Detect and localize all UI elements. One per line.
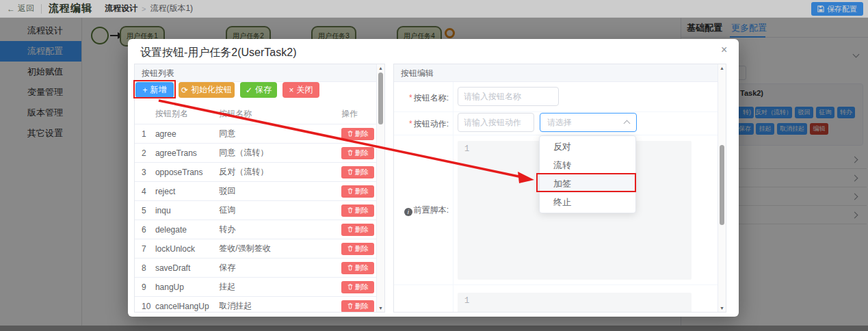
scroll-down-icon[interactable]: ▼: [377, 306, 384, 310]
action-field-label: *按钮动作:: [394, 118, 449, 130]
row-index: 4: [135, 187, 155, 196]
row-name: 驳回: [219, 185, 341, 197]
delete-label: 删除: [355, 168, 369, 177]
table-row: 10cancelHangUp取消挂起删除: [135, 297, 376, 313]
col-name: 按钮名称: [219, 108, 341, 120]
button-name-input[interactable]: [458, 87, 559, 106]
table-row: 5inqu征询删除: [135, 201, 376, 220]
delete-label: 删除: [355, 302, 369, 311]
row-alias: lockUnlock: [155, 244, 219, 254]
name-field-label: *按钮名称:: [394, 92, 449, 104]
row-alias: agreeTrans: [155, 148, 219, 158]
row-name: 征询: [219, 204, 341, 216]
check-icon: ✓: [246, 85, 252, 95]
row-name: 反对（流转）: [219, 166, 341, 178]
table-row: 3opposeTrans反对（流转）删除: [135, 163, 376, 182]
trash-icon: [347, 246, 353, 252]
row-alias: delegate: [155, 225, 219, 235]
table-row: 7lockUnlock签收/强制签收删除: [135, 239, 376, 259]
select-placeholder: 请选择: [547, 117, 624, 129]
trash-icon: [347, 188, 353, 194]
save-label: 保存: [255, 84, 272, 96]
delete-label: 删除: [355, 282, 369, 292]
refresh-icon: ⟳: [181, 85, 188, 95]
chevron-up-icon: [624, 120, 631, 127]
trash-icon: [347, 303, 353, 309]
delete-label: 删除: [355, 206, 369, 215]
scrollbar-thumb[interactable]: [720, 145, 724, 225]
delete-button[interactable]: 删除: [341, 281, 374, 293]
dropdown-option-countersign[interactable]: 加签: [540, 174, 635, 193]
delete-button[interactable]: 删除: [341, 147, 374, 159]
set-buttons-dialog: 设置按钮-用户任务2(UserTask2) × 按钮列表 +新增 ⟳初始化按钮 …: [128, 39, 739, 317]
col-action: 操作: [341, 108, 376, 120]
trash-icon: [347, 207, 353, 213]
close-button[interactable]: ×关闭: [282, 82, 319, 98]
scrollbar-thumb[interactable]: [378, 72, 383, 124]
dropdown-option-transfer[interactable]: 流转: [540, 156, 635, 174]
table-row: 4reject驳回删除: [135, 182, 376, 201]
delete-button[interactable]: 删除: [341, 128, 374, 140]
table-row: 8saveDraft保存删除: [135, 259, 376, 278]
delete-label: 删除: [355, 129, 369, 139]
delete-button[interactable]: 删除: [341, 204, 374, 217]
row-name: 挂起: [219, 281, 341, 293]
close-icon[interactable]: ×: [721, 44, 727, 55]
table-row: 6delegate转办删除: [135, 220, 376, 239]
required-asterisk: *: [409, 93, 412, 103]
table-row: 1agree同意删除: [135, 124, 376, 144]
add-button[interactable]: +新增: [135, 82, 174, 98]
col-alias: 按钮别名: [155, 108, 219, 120]
row-index: 2: [135, 148, 155, 158]
delete-button[interactable]: 删除: [341, 262, 374, 274]
delete-button[interactable]: 删除: [341, 300, 374, 313]
scroll-up-icon[interactable]: ▲: [718, 66, 726, 70]
dropdown-option-terminate[interactable]: 终止: [540, 193, 635, 211]
editor-line-number: 1: [464, 296, 469, 306]
button-edit-header: 按钮编辑: [394, 64, 718, 82]
postscript-code-editor[interactable]: 1: [458, 293, 692, 313]
trash-icon: [347, 284, 353, 290]
action-select[interactable]: 请选择: [540, 113, 637, 132]
row-name: 签收/强制签收: [219, 243, 341, 254]
button-table: 按钮别名 按钮名称 操作 1agree同意删除 2agreeTrans同意（流转…: [135, 103, 376, 313]
row-name: 转办: [219, 224, 341, 235]
dropdown-option-oppose[interactable]: 反对: [540, 137, 635, 156]
plus-icon: +: [142, 85, 147, 95]
scroll-down-icon[interactable]: ▼: [718, 306, 726, 310]
row-alias: opposeTrans: [155, 168, 219, 177]
button-action-input[interactable]: [458, 113, 534, 132]
row-alias: hangUp: [155, 282, 219, 292]
trash-icon: [347, 150, 353, 156]
scroll-up-icon[interactable]: ▲: [377, 66, 384, 70]
row-index: 10: [135, 302, 155, 311]
row-alias: inqu: [155, 206, 219, 215]
delete-label: 删除: [355, 187, 369, 196]
divider: [394, 284, 719, 285]
app-root: ← 返回 流程编辑 流程设计 > 流程(版本1) 保存配置 流程设计 流程配置 …: [0, 0, 868, 331]
delete-button[interactable]: 删除: [341, 243, 374, 255]
trash-icon: [347, 169, 353, 175]
delete-button[interactable]: 删除: [341, 166, 374, 178]
delete-button[interactable]: 删除: [341, 185, 374, 198]
init-buttons-button[interactable]: ⟳初始化按钮: [179, 82, 235, 98]
prescript-label: i前置脚本:: [394, 204, 449, 216]
save-button[interactable]: ✓保存: [240, 82, 277, 98]
button-list-panel: 按钮列表 +新增 ⟳初始化按钮 ✓保存 ×关闭 按钮别名 按钮名称 操作: [134, 64, 385, 313]
init-label: 初始化按钮: [191, 84, 232, 96]
row-name: 同意: [219, 128, 341, 140]
delete-label: 删除: [355, 148, 369, 158]
scrollbar[interactable]: ▲ ▼: [718, 64, 726, 312]
x-icon: ×: [289, 85, 293, 95]
add-label: 新增: [150, 84, 167, 96]
info-icon: i: [404, 208, 412, 216]
trash-icon: [347, 131, 353, 137]
trash-icon: [347, 226, 353, 233]
row-name: 同意（流转）: [219, 147, 341, 159]
delete-button[interactable]: 删除: [341, 224, 374, 236]
row-name: 取消挂起: [219, 300, 341, 312]
scrollbar[interactable]: ▲ ▼: [376, 64, 384, 312]
row-alias: saveDraft: [155, 263, 219, 273]
row-index: 7: [135, 244, 155, 254]
delete-label: 删除: [355, 225, 369, 235]
